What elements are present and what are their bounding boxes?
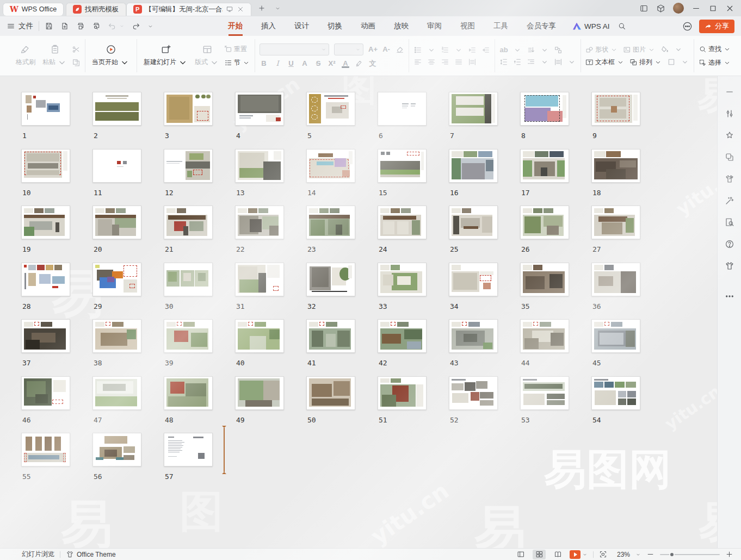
tab-docer-templates[interactable]: 找稻壳模板 [66, 3, 126, 16]
theme-button[interactable]: Office Theme [66, 550, 116, 558]
zoom-in-icon[interactable] [725, 550, 733, 558]
slide-thumbnail-6[interactable] [378, 92, 427, 126]
user-avatar[interactable] [673, 3, 684, 14]
increase-indent-icon[interactable] [481, 46, 490, 54]
phonetic-guide-icon[interactable]: 文 [368, 59, 377, 69]
slide-thumbnail-40[interactable] [235, 319, 284, 353]
ribbon-tab-工具[interactable]: 工具 [484, 16, 517, 36]
para-spacing-icon[interactable] [513, 58, 522, 66]
slide-thumbnail-19[interactable] [21, 206, 70, 239]
decrease-indent-icon[interactable] [468, 46, 477, 54]
justify-icon[interactable] [454, 58, 463, 66]
ribbon-tab-动画[interactable]: 动画 [351, 16, 385, 36]
slide-thumbnail-23[interactable] [306, 206, 355, 239]
slide-sorter-canvas[interactable]: 易yitu.cn图易yitu.cnyitu.cn易图网图易yitu.cn易易 1… [0, 76, 717, 548]
align-right-icon[interactable] [441, 58, 449, 66]
close-window-button[interactable] [725, 4, 734, 13]
more-options-icon[interactable] [682, 21, 693, 32]
slide-thumbnail-15[interactable] [378, 149, 427, 183]
slide-thumbnail-28[interactable] [21, 263, 70, 296]
slide-thumbnail-27[interactable] [591, 206, 640, 239]
help-question-icon[interactable] [725, 239, 734, 249]
slide-thumbnail-41[interactable] [306, 319, 355, 353]
undo-icon[interactable] [108, 22, 116, 30]
zoom-out-icon[interactable] [646, 550, 654, 558]
align-left-icon[interactable] [413, 58, 422, 66]
slide-thumbnail-47[interactable] [92, 376, 141, 410]
file-menu-button[interactable]: 文件 [7, 21, 33, 31]
tab-list-chevron[interactable] [272, 2, 284, 14]
copy-icon[interactable] [72, 58, 81, 67]
slide-thumbnail-26[interactable] [520, 206, 569, 239]
underline-icon[interactable]: U [287, 59, 295, 67]
increase-font-icon[interactable]: A+ [368, 45, 377, 53]
play-options-chevron-icon[interactable] [582, 552, 588, 557]
slide-sorter-view-button[interactable] [533, 550, 546, 559]
close-tab-icon[interactable] [237, 5, 244, 13]
slide-thumbnail-1[interactable] [21, 92, 70, 126]
slide-thumbnail-48[interactable] [164, 376, 213, 410]
slide-thumbnail-20[interactable] [92, 206, 141, 239]
slide-thumbnail-8[interactable] [520, 92, 569, 126]
shape-copy-icon[interactable] [725, 152, 734, 162]
zoom-slider[interactable] [660, 554, 720, 555]
slide-thumbnail-32[interactable] [306, 263, 355, 296]
text-direction-icon[interactable]: ab [499, 46, 508, 54]
paste-button[interactable]: 粘贴 [40, 43, 70, 69]
decrease-font-icon[interactable]: A- [382, 45, 391, 53]
fill-color-icon[interactable] [660, 45, 669, 54]
properties-sliders-icon[interactable] [725, 109, 734, 119]
search-icon[interactable] [618, 22, 626, 30]
textbox-button[interactable]: 文本框 [585, 58, 625, 67]
new-slide-button[interactable]: 新建幻灯片 [141, 43, 190, 69]
maximize-button[interactable] [708, 4, 718, 13]
slide-thumbnail-55[interactable] [21, 433, 70, 466]
slide-thumbnail-2[interactable] [92, 92, 141, 126]
select-button[interactable]: 选择 [699, 58, 731, 67]
slide-thumbnail-39[interactable] [164, 319, 213, 353]
print-preview-icon[interactable] [92, 22, 101, 30]
slide-thumbnail-46[interactable] [21, 376, 70, 410]
slide-layout-button[interactable]: 版式 [193, 43, 222, 69]
ribbon-tab-审阅[interactable]: 审阅 [418, 16, 451, 36]
effects-star-icon[interactable] [725, 130, 734, 140]
slide-thumbnail-35[interactable] [520, 263, 569, 296]
slide-thumbnail-45[interactable] [591, 319, 640, 353]
wps-ai-button[interactable]: WPS AI [573, 22, 610, 30]
shapes-button[interactable]: 形状 [585, 45, 618, 54]
font-color-icon[interactable]: A [341, 59, 350, 68]
slide-thumbnail-29[interactable] [92, 263, 141, 296]
more-dots-icon[interactable] [725, 291, 734, 301]
slide-thumbnail-42[interactable] [378, 319, 427, 353]
slide-thumbnail-30[interactable] [164, 263, 213, 296]
slide-thumbnail-36[interactable] [591, 263, 640, 296]
line-spacing-icon[interactable] [499, 58, 508, 66]
ribbon-tab-放映[interactable]: 放映 [385, 16, 418, 36]
slide-thumbnail-34[interactable] [449, 263, 498, 296]
slide-thumbnail-37[interactable] [21, 319, 70, 353]
theme-shirt-icon[interactable] [725, 261, 734, 271]
collapse-minus-icon[interactable] [725, 87, 734, 97]
slide-thumbnail-11[interactable] [92, 149, 141, 183]
font-family-select[interactable] [260, 43, 329, 55]
reading-view-button[interactable] [551, 550, 564, 559]
format-painter-button[interactable]: 格式刷 [13, 43, 38, 68]
ribbon-tab-会员专享[interactable]: 会员专享 [517, 16, 565, 36]
slide-thumbnail-17[interactable] [520, 149, 569, 183]
highlight-icon[interactable] [355, 59, 363, 68]
slide-thumbnail-10[interactable] [21, 149, 70, 183]
normal-view-button[interactable] [514, 550, 527, 559]
zoom-menu-chevron-icon[interactable] [635, 552, 641, 557]
slide-thumbnail-38[interactable] [92, 319, 141, 353]
rotate-text-icon[interactable] [527, 46, 535, 54]
slide-thumbnail-14[interactable] [306, 149, 355, 183]
char-shading-icon[interactable]: A [300, 59, 309, 67]
slide-thumbnail-57[interactable] [164, 433, 213, 466]
save-icon[interactable] [45, 22, 53, 30]
ribbon-tab-视图[interactable]: 视图 [451, 16, 484, 36]
apps-cube-icon[interactable] [656, 4, 665, 13]
slide-thumbnail-54[interactable] [591, 376, 640, 410]
smart-wand-icon[interactable] [725, 196, 734, 206]
play-from-current-button[interactable]: 当页开始 [90, 43, 132, 69]
zoom-level-value[interactable]: 23% [613, 551, 630, 558]
